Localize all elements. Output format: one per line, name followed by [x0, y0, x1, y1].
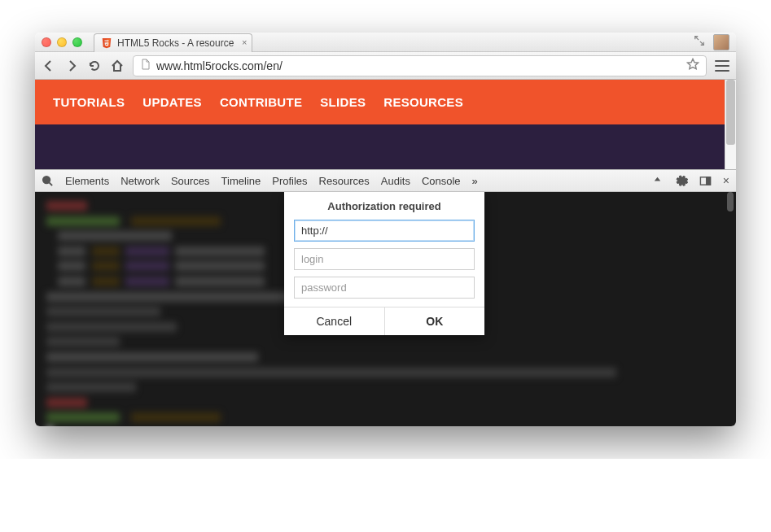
tab-audits[interactable]: Audits: [381, 175, 410, 187]
minimize-window-button[interactable]: [57, 37, 67, 47]
search-icon[interactable]: [42, 175, 54, 187]
nav-resources[interactable]: RESOURCES: [383, 95, 463, 109]
devtools-scrollbar[interactable]: [727, 192, 734, 426]
tab-sources[interactable]: Sources: [171, 175, 210, 187]
page-scrollbar-thumb[interactable]: [726, 80, 735, 145]
devtools-tabbar: Elements Network Sources Timeline Profil…: [35, 170, 736, 192]
profile-avatar[interactable]: [713, 34, 729, 50]
window-controls: [42, 37, 82, 47]
close-devtools-icon[interactable]: ×: [723, 174, 729, 187]
html5-favicon: [101, 37, 112, 49]
page-icon: [140, 59, 151, 72]
auth-url-input[interactable]: [294, 220, 475, 242]
url-text: www.html5rocks.com/en/: [156, 59, 283, 72]
browser-tab[interactable]: HTML5 Rocks - A resource ×: [94, 33, 252, 52]
tab-console[interactable]: Console: [422, 175, 461, 187]
tab-resources[interactable]: Resources: [319, 175, 370, 187]
gear-icon[interactable]: [675, 174, 688, 187]
browser-toolbar: www.html5rocks.com/en/: [35, 52, 736, 80]
reload-button[interactable]: [87, 59, 102, 73]
devtools-scrollbar-thumb[interactable]: [727, 192, 734, 211]
home-button[interactable]: [110, 59, 125, 73]
tab-profiles[interactable]: Profiles: [272, 175, 307, 187]
tab-elements[interactable]: Elements: [65, 175, 109, 187]
titlebar: HTML5 Rocks - A resource ×: [35, 33, 736, 52]
page-scrollbar[interactable]: [725, 80, 736, 169]
toggle-drawer-icon[interactable]: [651, 175, 664, 187]
bookmark-star-icon[interactable]: [686, 58, 699, 73]
forward-button[interactable]: [64, 59, 79, 73]
auth-login-input[interactable]: [294, 248, 475, 270]
page-content: TUTORIALS UPDATES CONTRIBUTE SLIDES RESO…: [35, 80, 736, 169]
cancel-button[interactable]: Cancel: [284, 307, 384, 335]
close-tab-icon[interactable]: ×: [242, 37, 247, 47]
tab-timeline[interactable]: Timeline: [221, 175, 261, 187]
tab-title: HTML5 Rocks - A resource: [117, 37, 234, 49]
site-nav: TUTORIALS UPDATES CONTRIBUTE SLIDES RESO…: [35, 80, 736, 124]
dock-side-icon[interactable]: [699, 175, 712, 187]
dialog-title: Authorization required: [284, 192, 484, 220]
page-viewport: TUTORIALS UPDATES CONTRIBUTE SLIDES RESO…: [35, 80, 736, 169]
svg-rect-2: [706, 177, 710, 184]
devtools-body: Authorization required Cancel OK: [35, 192, 736, 426]
tabs-overflow-icon[interactable]: »: [472, 175, 478, 187]
address-bar[interactable]: www.html5rocks.com/en/: [133, 55, 707, 76]
ok-button[interactable]: OK: [384, 307, 485, 335]
nav-slides[interactable]: SLIDES: [320, 95, 366, 109]
site-hero: [35, 124, 736, 169]
browser-window: HTML5 Rocks - A resource × www.html5r: [35, 33, 736, 426]
fullscreen-icon[interactable]: [694, 35, 705, 50]
devtools-panel: Elements Network Sources Timeline Profil…: [35, 169, 736, 426]
zoom-window-button[interactable]: [72, 37, 82, 47]
back-button[interactable]: [42, 59, 56, 73]
nav-updates[interactable]: UPDATES: [142, 95, 202, 109]
nav-tutorials[interactable]: TUTORIALS: [53, 95, 125, 109]
svg-point-0: [43, 176, 50, 182]
hamburger-menu-icon[interactable]: [715, 60, 729, 72]
auth-password-input[interactable]: [294, 277, 475, 299]
close-window-button[interactable]: [42, 37, 51, 47]
auth-dialog: Authorization required Cancel OK: [284, 192, 484, 335]
nav-contribute[interactable]: CONTRIBUTE: [220, 95, 302, 109]
tab-network[interactable]: Network: [120, 175, 160, 187]
